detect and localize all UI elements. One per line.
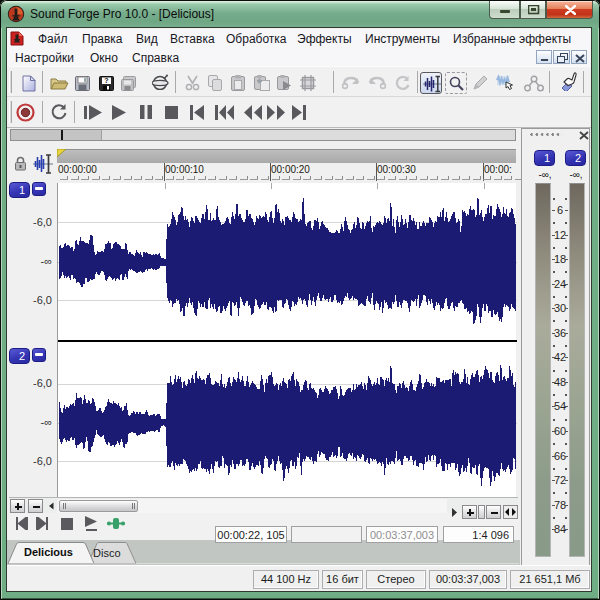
svg-text:?: ? [104,77,108,84]
